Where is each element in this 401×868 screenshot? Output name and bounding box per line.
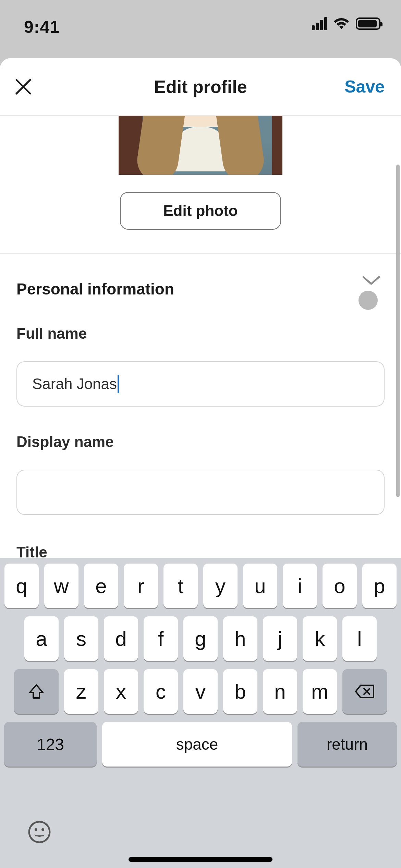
- key-i[interactable]: i: [283, 564, 317, 608]
- status-time: 9:41: [24, 17, 60, 37]
- svg-point-0: [29, 822, 50, 842]
- key-t[interactable]: t: [163, 564, 198, 608]
- wifi-icon: [333, 17, 350, 30]
- full-name-input[interactable]: Sarah Jonas: [16, 361, 385, 407]
- chevron-down-icon: [362, 276, 380, 287]
- delete-key[interactable]: [342, 669, 387, 714]
- key-q[interactable]: q: [4, 564, 39, 608]
- key-x[interactable]: x: [104, 669, 138, 714]
- key-v[interactable]: v: [183, 669, 218, 714]
- sheet-header: Edit profile Save: [0, 58, 401, 116]
- key-k[interactable]: k: [303, 616, 337, 661]
- section-header[interactable]: Personal information: [16, 254, 385, 298]
- keyboard: qwertyuiop asdfghjkl zxcvbnm 123 space r…: [0, 558, 401, 868]
- text-caret: [118, 375, 119, 393]
- section-title: Personal information: [16, 280, 174, 298]
- keyboard-row-3: zxcvbnm: [0, 669, 401, 714]
- keyboard-row-2: asdfghjkl: [0, 616, 401, 661]
- space-key[interactable]: space: [102, 722, 292, 767]
- status-indicators: [312, 17, 380, 30]
- edit-profile-sheet: Edit profile Save Edit photo Personal in…: [0, 58, 401, 868]
- full-name-value: Sarah Jonas: [32, 375, 117, 393]
- edit-photo-button[interactable]: Edit photo: [120, 192, 281, 230]
- emoji-icon: [27, 820, 51, 844]
- key-r[interactable]: r: [124, 564, 158, 608]
- key-y[interactable]: y: [203, 564, 238, 608]
- shift-key[interactable]: [14, 669, 59, 714]
- keyboard-row-1: qwertyuiop: [0, 564, 401, 608]
- key-p[interactable]: p: [362, 564, 397, 608]
- home-indicator[interactable]: [129, 857, 272, 862]
- display-name-label: Display name: [16, 433, 385, 450]
- key-b[interactable]: b: [223, 669, 257, 714]
- key-w[interactable]: w: [44, 564, 78, 608]
- key-l[interactable]: l: [342, 616, 377, 661]
- key-u[interactable]: u: [243, 564, 277, 608]
- key-h[interactable]: h: [223, 616, 257, 661]
- key-o[interactable]: o: [323, 564, 357, 608]
- key-f[interactable]: f: [144, 616, 178, 661]
- key-d[interactable]: d: [104, 616, 138, 661]
- key-e[interactable]: e: [84, 564, 118, 608]
- shift-icon: [28, 683, 45, 700]
- key-n[interactable]: n: [263, 669, 297, 714]
- key-g[interactable]: g: [183, 616, 218, 661]
- personal-info-section: Personal information Full name Sarah Jon…: [0, 254, 401, 561]
- backspace-icon: [354, 684, 375, 699]
- key-a[interactable]: a: [24, 616, 59, 661]
- profile-photo[interactable]: [119, 116, 282, 175]
- save-button[interactable]: Save: [344, 77, 385, 97]
- section-indicator-dot: [359, 291, 378, 310]
- close-icon: [15, 78, 32, 95]
- return-key[interactable]: return: [297, 722, 397, 767]
- full-name-label: Full name: [16, 325, 385, 342]
- key-z[interactable]: z: [64, 669, 98, 714]
- scroll-indicator[interactable]: [396, 165, 400, 497]
- key-c[interactable]: c: [144, 669, 178, 714]
- status-bar: 9:41: [0, 0, 401, 58]
- key-j[interactable]: j: [263, 616, 297, 661]
- key-s[interactable]: s: [64, 616, 98, 661]
- close-button[interactable]: [13, 76, 34, 97]
- photo-section: Edit photo: [0, 116, 401, 254]
- page-title: Edit profile: [154, 76, 247, 97]
- key-m[interactable]: m: [303, 669, 337, 714]
- cellular-signal-icon: [312, 17, 327, 30]
- svg-point-2: [41, 828, 44, 831]
- emoji-button[interactable]: [27, 820, 51, 844]
- display-name-input[interactable]: [16, 470, 385, 515]
- keyboard-row-4: 123 space return: [0, 722, 401, 767]
- battery-icon: [356, 17, 380, 30]
- content-area: Edit photo Personal information Full nam…: [0, 116, 401, 868]
- numbers-key[interactable]: 123: [4, 722, 97, 767]
- svg-point-1: [35, 828, 37, 831]
